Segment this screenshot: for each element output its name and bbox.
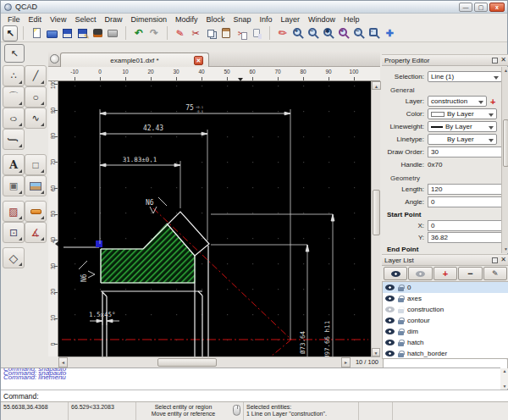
menu-item[interactable]: Select bbox=[70, 15, 100, 24]
horizontal-scroll-track[interactable] bbox=[68, 357, 341, 368]
edit-layer-button[interactable]: ✎ bbox=[483, 267, 507, 280]
redo-button[interactable] bbox=[146, 25, 162, 41]
circle-tool[interactable] bbox=[25, 86, 47, 108]
horizontal-scroll-thumb[interactable] bbox=[157, 358, 217, 367]
add-layer-icon[interactable]: + bbox=[490, 97, 495, 107]
menu-item[interactable]: Help bbox=[340, 15, 364, 24]
viewport-tool[interactable] bbox=[25, 154, 47, 175]
menu-item[interactable]: Layer bbox=[277, 15, 305, 24]
cut-button[interactable] bbox=[188, 25, 203, 41]
lineweight-combo[interactable]: By Layer bbox=[428, 121, 497, 132]
block-tool[interactable] bbox=[3, 175, 25, 196]
selection-combo[interactable]: Line (1) bbox=[428, 71, 502, 82]
menu-item[interactable]: Modify bbox=[171, 15, 202, 24]
layer-visibility-icon[interactable] bbox=[385, 318, 395, 323]
float-panel-icon[interactable] bbox=[492, 257, 498, 263]
layer-lock-icon[interactable] bbox=[398, 309, 404, 313]
zoom-in-button[interactable]: + bbox=[290, 25, 306, 41]
add-layer-button[interactable]: + bbox=[433, 267, 457, 280]
layer-row-axes[interactable]: axes bbox=[383, 293, 508, 304]
menu-item[interactable]: Edit bbox=[25, 15, 47, 24]
pointer-tool[interactable]: ↖ bbox=[4, 44, 25, 63]
solid-tool[interactable] bbox=[3, 247, 25, 268]
undo-button[interactable] bbox=[131, 25, 146, 41]
pan-button[interactable] bbox=[382, 25, 397, 41]
menu-item[interactable]: Block bbox=[202, 15, 229, 24]
select-button[interactable] bbox=[3, 25, 18, 41]
menu-item[interactable]: Draw bbox=[100, 15, 126, 24]
ellipse-tool[interactable] bbox=[3, 108, 25, 129]
minimize-button[interactable]: — bbox=[459, 3, 472, 12]
draw-order-input[interactable]: 30 bbox=[428, 146, 502, 158]
scroll-down-icon[interactable]: ▼ bbox=[502, 246, 508, 253]
scroll-right-icon[interactable]: ▸ bbox=[341, 357, 351, 368]
layer-visibility-icon[interactable] bbox=[385, 285, 395, 290]
color-combo[interactable]: By Layer bbox=[428, 108, 497, 119]
layer-row-construction[interactable]: construction bbox=[383, 304, 508, 315]
show-all-layers-button[interactable] bbox=[384, 267, 407, 280]
print-preview-button[interactable] bbox=[105, 25, 120, 41]
dimension-tool[interactable] bbox=[25, 201, 47, 222]
zoom-window-button[interactable]: − bbox=[351, 25, 367, 41]
command-history[interactable]: Command: snapautoCommand: snapautoComman… bbox=[1, 368, 500, 390]
history-scrollbar[interactable]: ▲▼ bbox=[500, 368, 508, 389]
zoom-selection-button[interactable]: ▫ bbox=[367, 25, 382, 41]
close-panel-icon[interactable]: ✕ bbox=[500, 57, 506, 64]
auto-zoom-button[interactable]: ✱ bbox=[321, 25, 336, 41]
layer-row-contour[interactable]: contour bbox=[383, 315, 508, 326]
point-tool[interactable] bbox=[3, 65, 25, 86]
layer-lock-icon[interactable] bbox=[398, 353, 404, 357]
scroll-thumb[interactable] bbox=[503, 119, 508, 167]
float-panel-icon[interactable] bbox=[492, 58, 498, 64]
layer-lock-icon[interactable] bbox=[398, 320, 404, 324]
layer-lock-icon[interactable] bbox=[398, 287, 404, 291]
paste-button[interactable] bbox=[218, 25, 234, 41]
menu-item[interactable]: Dimension bbox=[126, 15, 171, 24]
layer-row-dim[interactable]: dim bbox=[383, 326, 508, 337]
scroll-up-icon[interactable]: ▲ bbox=[372, 81, 381, 90]
horizontal-scrollbar[interactable]: ◂ ▸ 10 / 100 bbox=[58, 356, 380, 368]
vertical-scrollbar[interactable]: ▲ ▼ bbox=[371, 81, 380, 356]
polyline-tool[interactable] bbox=[3, 129, 25, 150]
scroll-down-icon[interactable]: ▼ bbox=[372, 348, 380, 356]
open-file-button[interactable] bbox=[44, 25, 59, 41]
remove-layer-button[interactable]: − bbox=[458, 267, 482, 280]
layer-visibility-icon[interactable] bbox=[385, 307, 395, 312]
image-tool[interactable] bbox=[25, 175, 47, 196]
vertical-scroll-thumb[interactable] bbox=[373, 190, 380, 235]
length-input[interactable]: 120 bbox=[428, 184, 502, 195]
redraw-button[interactable] bbox=[275, 25, 290, 41]
menu-item[interactable]: Window bbox=[304, 15, 340, 24]
layer-visibility-icon[interactable] bbox=[385, 351, 395, 356]
print-button[interactable] bbox=[90, 25, 105, 41]
tab-example01[interactable]: example01.dxf * ✕ bbox=[60, 52, 209, 67]
layer-row-hatch[interactable]: hatch bbox=[383, 337, 508, 348]
zoom-out-button[interactable]: − bbox=[306, 25, 321, 41]
hide-all-layers-button[interactable] bbox=[408, 267, 432, 280]
layer-visibility-icon[interactable] bbox=[385, 340, 395, 345]
arc-tool[interactable] bbox=[3, 86, 25, 108]
menu-item[interactable]: File bbox=[3, 15, 25, 24]
menu-item[interactable]: Snap bbox=[229, 15, 255, 24]
property-editor-scrollbar[interactable]: ▲ ▼ bbox=[501, 67, 508, 253]
copy-button[interactable] bbox=[203, 25, 218, 41]
new-file-button[interactable] bbox=[29, 25, 44, 41]
shape-tool[interactable] bbox=[3, 222, 25, 243]
hatch-tool[interactable] bbox=[3, 201, 25, 222]
close-panel-icon[interactable]: ✕ bbox=[500, 257, 506, 263]
layer-lock-icon[interactable] bbox=[398, 331, 404, 335]
zoom-previous-button[interactable]: + bbox=[336, 25, 351, 41]
tab-close-icon[interactable]: ✕ bbox=[194, 56, 203, 65]
layer-row-0[interactable]: 0 bbox=[383, 282, 508, 293]
layer-combo[interactable]: construction bbox=[428, 96, 487, 107]
menu-item[interactable]: View bbox=[46, 15, 70, 24]
angle-input[interactable]: 0 bbox=[428, 196, 502, 207]
spline-tool[interactable] bbox=[25, 108, 47, 129]
save-button[interactable] bbox=[59, 25, 75, 41]
paste-with-reference-button[interactable] bbox=[249, 25, 264, 41]
scroll-left-icon[interactable]: ◂ bbox=[58, 357, 68, 368]
linetype-combo[interactable]: By Layer bbox=[428, 134, 497, 145]
command-input-row[interactable]: Command: bbox=[1, 390, 508, 401]
close-button[interactable]: x bbox=[489, 3, 505, 12]
cut-with-reference-button[interactable] bbox=[234, 25, 249, 41]
